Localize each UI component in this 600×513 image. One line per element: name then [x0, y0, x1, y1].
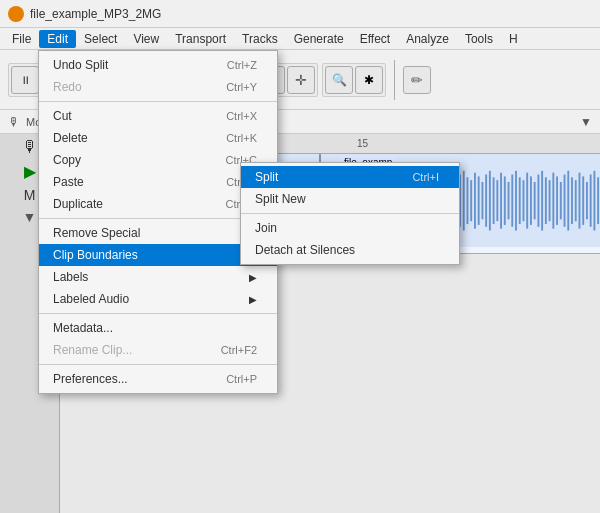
svg-rect-109	[593, 171, 595, 231]
split-new-label: Split New	[255, 192, 306, 206]
preferences-label: Preferences...	[53, 372, 128, 386]
svg-rect-102	[567, 171, 569, 231]
delete-label: Delete	[53, 131, 88, 145]
menu-undo-split[interactable]: Undo Split Ctrl+Z	[39, 54, 277, 76]
menu-tracks[interactable]: Tracks	[234, 30, 286, 48]
menu-view[interactable]: View	[125, 30, 167, 48]
draw-tool[interactable]: ✏	[403, 66, 431, 94]
svg-rect-84	[500, 173, 502, 229]
svg-rect-98	[552, 173, 554, 229]
svg-rect-83	[496, 180, 498, 221]
app-icon	[8, 6, 24, 22]
svg-rect-76	[470, 180, 472, 221]
svg-rect-77	[474, 173, 476, 229]
menu-delete[interactable]: Delete Ctrl+K	[39, 127, 277, 149]
multitool[interactable]: ✛	[287, 66, 315, 94]
submenu-separator-1	[241, 213, 459, 214]
menu-tools[interactable]: Tools	[457, 30, 501, 48]
redo-label: Redo	[53, 80, 82, 94]
mic-icon: 🎙	[8, 115, 20, 129]
paste-label: Paste	[53, 175, 84, 189]
play-icon[interactable]: ▶	[24, 162, 36, 181]
labels-arrow: ▶	[249, 272, 257, 283]
zoom-tools: 🔍 ✱	[322, 63, 386, 97]
split-label: Split	[255, 170, 278, 184]
delete-shortcut: Ctrl+K	[226, 132, 257, 144]
submenu-detach-silences[interactable]: Detach at Silences	[241, 239, 459, 261]
input-meter-icon: 🎙	[22, 138, 38, 156]
menu-metadata[interactable]: Metadata...	[39, 317, 277, 339]
menu-redo[interactable]: Redo Ctrl+Y	[39, 76, 277, 98]
toolbar-divider-3	[394, 60, 395, 100]
menu-analyze[interactable]: Analyze	[398, 30, 457, 48]
menu-file[interactable]: File	[4, 30, 39, 48]
join-label: Join	[255, 221, 277, 235]
svg-rect-75	[467, 177, 469, 224]
svg-rect-95	[541, 171, 543, 231]
svg-rect-96	[545, 177, 547, 224]
submenu-join[interactable]: Join	[241, 217, 459, 239]
submenu-split[interactable]: Split Ctrl+I	[241, 166, 459, 188]
preferences-shortcut: Ctrl+P	[226, 373, 257, 385]
zoom-in-button[interactable]: 🔍	[325, 66, 353, 94]
svg-rect-88	[515, 171, 517, 231]
svg-rect-105	[579, 173, 581, 229]
svg-rect-81	[489, 171, 491, 231]
duplicate-label: Duplicate	[53, 197, 103, 211]
svg-rect-85	[504, 176, 506, 225]
copy-label: Copy	[53, 153, 81, 167]
submenu-split-new[interactable]: Split New	[241, 188, 459, 210]
svg-rect-80	[485, 175, 487, 227]
menu-rename-clip[interactable]: Rename Clip... Ctrl+F2	[39, 339, 277, 361]
separator-3	[39, 313, 277, 314]
zoom-out-button[interactable]: ✱	[355, 66, 383, 94]
svg-rect-92	[530, 176, 532, 225]
menu-labels[interactable]: Labels ▶	[39, 266, 277, 288]
menu-help[interactable]: H	[501, 30, 526, 48]
svg-rect-101	[564, 175, 566, 227]
rename-clip-shortcut: Ctrl+F2	[221, 344, 257, 356]
menu-effect[interactable]: Effect	[352, 30, 398, 48]
svg-rect-107	[586, 182, 588, 219]
clip-boundaries-label: Clip Boundaries	[53, 248, 138, 262]
menu-edit[interactable]: Edit	[39, 30, 76, 48]
title-text: file_example_MP3_2MG	[30, 7, 161, 21]
svg-rect-108	[590, 175, 592, 227]
metadata-label: Metadata...	[53, 321, 113, 335]
menu-transport[interactable]: Transport	[167, 30, 234, 48]
labeled-audio-label: Labeled Audio	[53, 292, 129, 306]
menu-cut[interactable]: Cut Ctrl+X	[39, 105, 277, 127]
svg-rect-99	[556, 176, 558, 225]
svg-rect-93	[534, 182, 536, 219]
mute-button[interactable]: ▼	[23, 209, 37, 225]
pause-button[interactable]: ⏸	[11, 66, 39, 94]
redo-shortcut: Ctrl+Y	[226, 81, 257, 93]
svg-rect-90	[523, 180, 525, 221]
menu-select[interactable]: Select	[76, 30, 125, 48]
svg-rect-87	[511, 175, 513, 227]
monitoring-dropdown[interactable]: ▼	[580, 115, 592, 129]
remove-special-label: Remove Special	[53, 226, 140, 240]
svg-rect-97	[549, 180, 551, 221]
svg-rect-110	[597, 177, 599, 224]
detach-silences-label: Detach at Silences	[255, 243, 355, 257]
svg-rect-74	[463, 171, 465, 231]
clip-boundaries-submenu: Split Ctrl+I Split New Join Detach at Si…	[240, 162, 460, 265]
labeled-audio-arrow: ▶	[249, 294, 257, 305]
labels-label: Labels	[53, 270, 88, 284]
record-icon: M	[24, 187, 36, 203]
svg-rect-94	[537, 175, 539, 227]
svg-rect-91	[526, 173, 528, 229]
menu-labeled-audio[interactable]: Labeled Audio ▶	[39, 288, 277, 310]
rename-clip-label: Rename Clip...	[53, 343, 132, 357]
undo-split-label: Undo Split	[53, 58, 108, 72]
menu-generate[interactable]: Generate	[286, 30, 352, 48]
svg-rect-82	[493, 177, 495, 224]
svg-rect-89	[519, 177, 521, 224]
svg-rect-106	[582, 176, 584, 225]
svg-rect-86	[508, 182, 510, 219]
undo-split-shortcut: Ctrl+Z	[227, 59, 257, 71]
ruler-mark-15: 15	[357, 138, 368, 149]
cut-label: Cut	[53, 109, 72, 123]
menu-preferences[interactable]: Preferences... Ctrl+P	[39, 368, 277, 390]
